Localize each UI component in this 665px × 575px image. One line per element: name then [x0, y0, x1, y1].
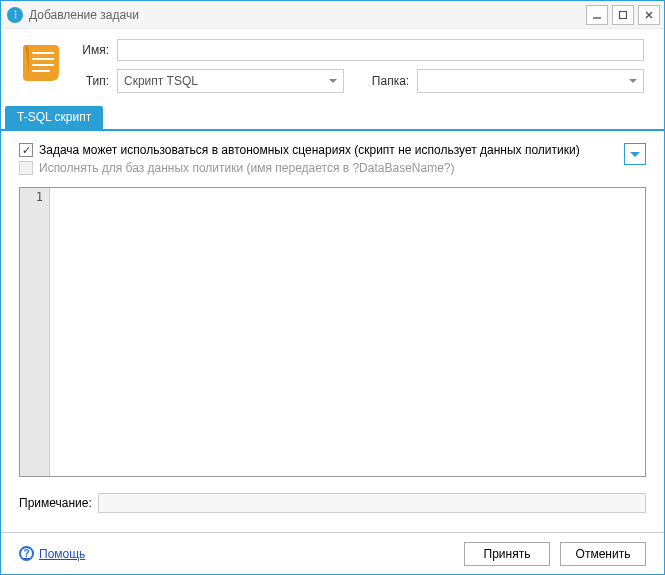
folder-label: Папка: — [372, 74, 409, 88]
checkbox-run-for-db — [19, 161, 33, 175]
help-link[interactable]: ? Помощь — [19, 546, 85, 561]
checkbox-run-for-db-label: Исполнять для баз данных политики (имя п… — [39, 161, 454, 175]
expand-options-button[interactable] — [624, 143, 646, 165]
type-select[interactable]: Скрипт TSQL — [117, 69, 344, 93]
name-label: Имя: — [75, 43, 109, 57]
task-script-icon — [19, 41, 61, 85]
footer: ? Помощь Принять Отменить — [1, 532, 664, 574]
note-row: Примечание: — [19, 493, 646, 513]
window-title: Добавление задачи — [29, 8, 586, 22]
checkbox-autonomous-label: Задача может использоваться в автономных… — [39, 143, 580, 157]
minimize-button[interactable] — [586, 5, 608, 25]
folder-select[interactable] — [417, 69, 644, 93]
header-form: Имя: Тип: Скрипт TSQL Папка: — [1, 29, 664, 107]
type-label: Тип: — [75, 74, 109, 88]
editor-gutter: 1 — [20, 188, 50, 476]
note-label: Примечание: — [19, 496, 92, 510]
tabstrip: T-SQL скрипт — [1, 107, 664, 131]
titlebar: ⋮ Добавление задачи — [1, 1, 664, 29]
chevron-down-icon — [630, 152, 640, 157]
checkbox-row-run-for-db: Исполнять для баз данных политики (имя п… — [19, 161, 616, 175]
chevron-down-icon — [329, 79, 337, 83]
maximize-button[interactable] — [612, 5, 634, 25]
chevron-down-icon — [629, 79, 637, 83]
checkbox-autonomous[interactable]: ✓ — [19, 143, 33, 157]
help-link-label: Помощь — [39, 547, 85, 561]
checkbox-row-autonomous[interactable]: ✓ Задача может использоваться в автономн… — [19, 143, 616, 157]
code-editor[interactable]: 1 — [19, 187, 646, 477]
close-button[interactable] — [638, 5, 660, 25]
help-icon: ? — [19, 546, 34, 561]
type-select-value: Скрипт TSQL — [124, 74, 198, 88]
tab-body: ✓ Задача может использоваться в автономн… — [1, 131, 664, 487]
app-icon: ⋮ — [7, 7, 23, 23]
name-input[interactable] — [117, 39, 644, 61]
svg-rect-1 — [620, 11, 627, 18]
code-area[interactable] — [50, 188, 645, 476]
tab-tsql-script[interactable]: T-SQL скрипт — [5, 106, 103, 129]
note-input[interactable] — [98, 493, 646, 513]
line-number: 1 — [20, 190, 43, 204]
cancel-button[interactable]: Отменить — [560, 542, 646, 566]
ok-button[interactable]: Принять — [464, 542, 550, 566]
